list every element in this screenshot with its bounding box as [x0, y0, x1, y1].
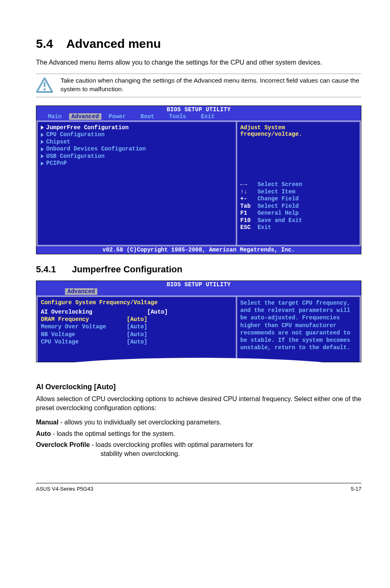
- bios-left-pane: JumperFree Configuration CPU Configurati…: [36, 121, 236, 247]
- ai-overclocking-desc: Allows selection of CPU overclocking opt…: [36, 395, 361, 412]
- menu-item-onboard[interactable]: Onboard Devices Configuration: [41, 146, 233, 153]
- bios2-header: Configure System Frequency/Voltage: [41, 299, 233, 306]
- option-overclock-profile: Overclock Profile - loads overclocking p…: [36, 440, 361, 458]
- menu-item-chipset[interactable]: Chipset: [41, 139, 233, 146]
- bios-nav-help: ←→ Select Screen ↑↓ Select Item +- Chang…: [240, 174, 356, 239]
- bios2-tab-advanced[interactable]: Advanced: [65, 288, 97, 295]
- option-auto: Auto - loads the optimal settings for th…: [36, 429, 361, 438]
- bios-title: BIOS SETUP UTILITY: [36, 106, 361, 113]
- bios-copyright: v02.58 (C)Copyright 1985-2008, American …: [36, 246, 361, 254]
- row-cpu-volt-value[interactable]: [Auto]: [127, 338, 233, 346]
- subsection-title: Jumperfree Configuration: [72, 264, 182, 274]
- bios2-title: BIOS SETUP UTILITY: [36, 281, 361, 288]
- row-cpu-volt-label[interactable]: CPU Voltage: [41, 338, 127, 346]
- section-title-text: Advanced menu: [66, 37, 161, 50]
- bios2-menubar: Advanced: [36, 288, 361, 296]
- svg-rect-0: [44, 82, 45, 87]
- triangle-icon: [41, 147, 44, 151]
- menu-item-cpu-config[interactable]: CPU Configuration: [41, 131, 233, 139]
- menu-item-usb-config[interactable]: USB Configuration: [41, 153, 233, 160]
- triangle-icon: [41, 126, 44, 130]
- tab-advanced[interactable]: Advanced: [69, 113, 101, 120]
- bios2-left-pane: Configure System Frequency/Voltage AI Ov…: [36, 296, 236, 362]
- bios2-right-pane: Select the target CPU frequency, and the…: [236, 296, 361, 362]
- triangle-icon: [41, 140, 44, 144]
- tab-exit[interactable]: Exit: [193, 113, 222, 120]
- page-footer: ASUS V4-Series P5G43 5-17: [36, 483, 361, 492]
- triangle-icon: [41, 154, 44, 158]
- bios-menubar: Main Advanced Power Boot Tools Exit: [36, 113, 361, 121]
- caution-text: Take caution when changing the settings …: [61, 76, 361, 94]
- row-ai-overclocking-label[interactable]: AI Overclocking: [41, 308, 127, 316]
- tab-tools[interactable]: Tools: [161, 113, 193, 120]
- row-dram-freq-label[interactable]: DRAM Frequency: [41, 316, 127, 323]
- bios2-help-text: Select the target CPU frequency, and the…: [240, 299, 356, 351]
- subsection-heading: 5.4.1Jumperfree Configuration: [36, 264, 361, 275]
- row-ai-overclocking-value[interactable]: [Auto]: [127, 308, 233, 316]
- section-intro: The Advanced menu items allow you to cha…: [36, 58, 361, 67]
- caution-note: Take caution when changing the settings …: [36, 74, 361, 97]
- bios-help-text: Adjust System frequency/voltage.: [240, 124, 356, 137]
- row-dram-freq-value[interactable]: [Auto]: [127, 316, 233, 323]
- section-heading: 5.4 Advanced menu: [36, 37, 361, 51]
- footer-product: ASUS V4-Series P5G43: [36, 486, 93, 492]
- tab-main[interactable]: Main: [40, 113, 69, 120]
- footer-page-number: 5-17: [351, 486, 361, 492]
- svg-point-1: [43, 88, 45, 90]
- bios-right-pane: Adjust System frequency/voltage. ←→ Sele…: [236, 121, 361, 247]
- caution-icon: [36, 77, 53, 94]
- triangle-icon: [41, 133, 44, 137]
- row-nb-volt-label[interactable]: NB Voltage: [41, 331, 127, 338]
- bios-screen-jumperfree: BIOS SETUP UTILITY Advanced Configure Sy…: [36, 281, 361, 362]
- menu-item-pcipnp[interactable]: PCIPnP: [41, 160, 233, 167]
- tab-boot[interactable]: Boot: [133, 113, 162, 120]
- menu-item-jumperfree[interactable]: JumperFree Configuration: [41, 124, 233, 132]
- bios-screen-advanced: BIOS SETUP UTILITY Main Advanced Power B…: [36, 105, 361, 255]
- subsection-number: 5.4.1: [36, 264, 72, 275]
- tab-power[interactable]: Power: [101, 113, 133, 120]
- ai-overclocking-heading: AI Overclocking [Auto]: [36, 383, 361, 391]
- triangle-icon: [41, 162, 44, 166]
- row-mem-ov-value[interactable]: [Auto]: [127, 323, 233, 330]
- row-nb-volt-value[interactable]: [Auto]: [127, 331, 233, 338]
- option-manual: Manual - allows you to individually set …: [36, 418, 361, 427]
- row-mem-ov-label[interactable]: Memory Over Voltage: [41, 323, 127, 330]
- section-number: 5.4: [36, 37, 53, 50]
